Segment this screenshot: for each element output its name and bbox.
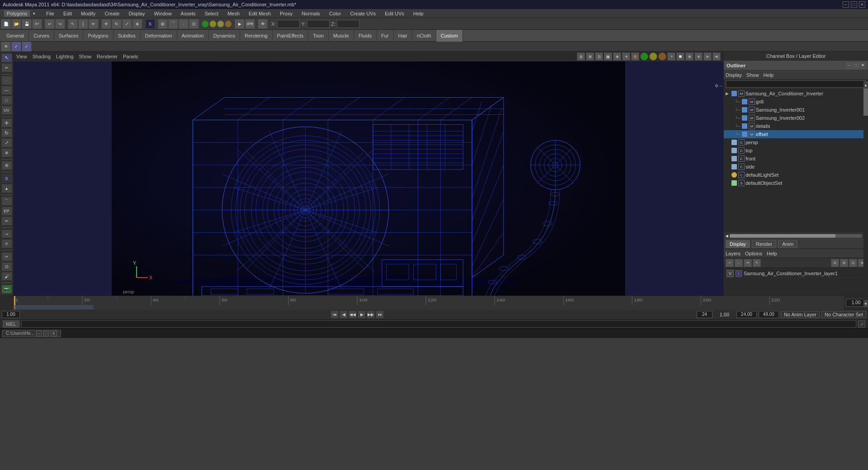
scroll-thumb[interactable] <box>730 234 835 238</box>
menu-color[interactable]: Color <box>327 10 343 17</box>
range-start-input[interactable] <box>2 311 20 318</box>
vp-icon-8[interactable]: ⟡ <box>667 52 675 61</box>
tree-item-persp[interactable]: C persp <box>724 138 868 146</box>
soft-mod-button[interactable]: S <box>1 174 12 183</box>
channel-box-settings[interactable]: ⚙ <box>715 84 718 88</box>
tab-muscle[interactable]: Muscle <box>329 30 354 42</box>
menu-help[interactable]: Help <box>411 10 425 17</box>
tab-general[interactable]: General <box>2 30 29 42</box>
tab-custom[interactable]: Custom <box>436 30 463 42</box>
save-as-button[interactable]: S+ <box>32 19 42 29</box>
menu-proxy[interactable]: Proxy <box>278 10 294 17</box>
layer-settings-1[interactable]: ⊟ <box>831 259 839 267</box>
play-back-button[interactable]: ◀◀ <box>349 310 357 319</box>
paint-select-tool[interactable]: ✏ <box>89 19 99 29</box>
paint-skin-button[interactable]: 🖌 <box>1 272 12 281</box>
outliner-show-menu[interactable]: Show <box>746 72 759 78</box>
outliner-display-menu[interactable]: Display <box>726 72 742 78</box>
rotate-button[interactable]: ↻ <box>1 128 12 137</box>
tree-item-details[interactable]: └─ M details <box>724 122 868 130</box>
light-button-4[interactable] <box>225 20 232 28</box>
end-frame-input[interactable] <box>736 311 757 318</box>
z-input[interactable] <box>337 20 359 28</box>
range-end-input[interactable] <box>697 311 712 318</box>
command-input-area[interactable] <box>21 320 856 328</box>
outliner-search-input[interactable] <box>726 80 866 88</box>
outliner-maximize[interactable]: □ <box>853 63 859 68</box>
edge-select-button[interactable]: — <box>1 86 12 95</box>
step-forward-button[interactable]: ▶▶ <box>367 310 375 319</box>
iconbar-btn-3[interactable]: ✓ <box>22 42 32 52</box>
scrollbar-up-button[interactable]: ▲ <box>863 81 868 89</box>
tree-item-inv001[interactable]: └─ M Samsung_Inverter001 <box>724 106 868 114</box>
tab-ncloth[interactable]: nCloth <box>412 30 436 42</box>
show-manip-button[interactable]: ⊞ <box>1 161 12 170</box>
move-button[interactable]: ✛ <box>1 118 12 127</box>
tree-item-top[interactable]: C top <box>724 146 868 155</box>
taskbar-app-button[interactable]: C:\Users\He... ─ □ ✕ <box>2 330 61 337</box>
x-input[interactable] <box>277 20 300 28</box>
rotate-tool[interactable]: ↻ <box>112 19 122 29</box>
split-mesh-button[interactable]: ⊡ <box>1 262 12 271</box>
select-tool[interactable]: ↖ <box>68 19 78 29</box>
tab-painteffects[interactable]: PaintEffects <box>273 30 309 42</box>
menu-edit[interactable]: Edit <box>61 10 74 17</box>
snap-curve-button[interactable]: ⌒ <box>168 19 178 29</box>
tab-fur[interactable]: Fur <box>377 30 394 42</box>
menu-normals[interactable]: Normals <box>300 10 322 17</box>
annotate-button[interactable]: A <box>1 239 12 248</box>
paint-mode-button[interactable]: ✏ <box>1 63 12 72</box>
layer-options-menu[interactable]: Options <box>745 251 762 256</box>
tab-subdivs[interactable]: Subdivs <box>113 30 141 42</box>
vp-icon-6[interactable]: ☀ <box>622 52 630 61</box>
vp-panels-menu[interactable]: Panels <box>123 54 138 59</box>
camera-orbit-button[interactable]: 📷 <box>1 285 12 294</box>
maximize-button[interactable]: □ <box>851 1 857 8</box>
menu-assets[interactable]: Assets <box>179 10 198 17</box>
tree-item-offset[interactable]: └─ M offset <box>724 130 868 138</box>
tab-surfaces[interactable]: Surfaces <box>54 30 83 42</box>
scale-tool[interactable]: ⤢ <box>122 19 132 29</box>
light-button-3[interactable] <box>217 20 224 28</box>
menu-file[interactable]: File <box>44 10 56 17</box>
vp-icon-3[interactable]: ⊡ <box>595 52 603 61</box>
vp-icon-1[interactable]: ⊟ <box>577 52 585 61</box>
layer-edit-button[interactable]: ✏ <box>744 259 752 267</box>
menu-select[interactable]: Select <box>203 10 221 17</box>
vp-view-menu[interactable]: View <box>16 54 27 59</box>
tab-curves[interactable]: Curves <box>29 30 54 42</box>
tree-item-inv002[interactable]: └─ M Samsung_Inverter002 <box>724 114 868 122</box>
vp-icon-2[interactable]: ⊞ <box>586 52 594 61</box>
layer-help-menu[interactable]: Help <box>767 251 777 256</box>
timeline-ruler[interactable]: 1 20 40 60 80 100 120 140 160 180 200 22… <box>14 296 844 310</box>
tree-item-front[interactable]: C front <box>724 155 868 163</box>
tab-animation[interactable]: Animation <box>177 30 209 42</box>
new-scene-button[interactable]: 📄 <box>1 19 11 29</box>
tree-expand-root[interactable]: ▶ <box>726 91 731 96</box>
taskbar-app-restore[interactable]: □ <box>43 331 48 336</box>
layer-settings-2[interactable]: ⊞ <box>840 259 848 267</box>
curve-tool-button[interactable]: ⌒ <box>1 197 12 206</box>
open-scene-button[interactable]: 📂 <box>11 19 21 29</box>
snap-point-button[interactable]: · <box>179 19 189 29</box>
vp-light-yellow[interactable] <box>649 52 657 61</box>
ipr-button[interactable]: IPR <box>245 19 255 29</box>
snap-view-button[interactable]: ⊡ <box>189 19 199 29</box>
save-scene-button[interactable]: 💾 <box>22 19 32 29</box>
undo-button[interactable]: ↩ <box>45 19 55 29</box>
vp-shading-menu[interactable]: Shading <box>33 54 51 59</box>
menu-edit-uvs[interactable]: Edit UVs <box>383 10 406 17</box>
menu-edit-mesh[interactable]: Edit Mesh <box>247 10 273 17</box>
tab-fluids[interactable]: Fluids <box>354 30 377 42</box>
menu-create-uvs[interactable]: Create UVs <box>348 10 377 17</box>
vp-icon-11[interactable]: ≋ <box>694 52 703 61</box>
redo-button[interactable]: ↪ <box>55 19 65 29</box>
layer-select-button[interactable]: ↖ <box>753 259 761 267</box>
tree-item-grill[interactable]: └─ M grill <box>724 98 868 106</box>
measure-button[interactable]: ⊸ <box>1 230 12 239</box>
step-back-button[interactable]: ◀ <box>340 310 348 319</box>
resize-handle[interactable] <box>858 320 865 328</box>
taskbar-app-minimize[interactable]: ─ <box>36 331 42 336</box>
tab-dynamics[interactable]: Dynamics <box>209 30 240 42</box>
universal-manip-button[interactable]: ⊕ <box>1 148 12 157</box>
